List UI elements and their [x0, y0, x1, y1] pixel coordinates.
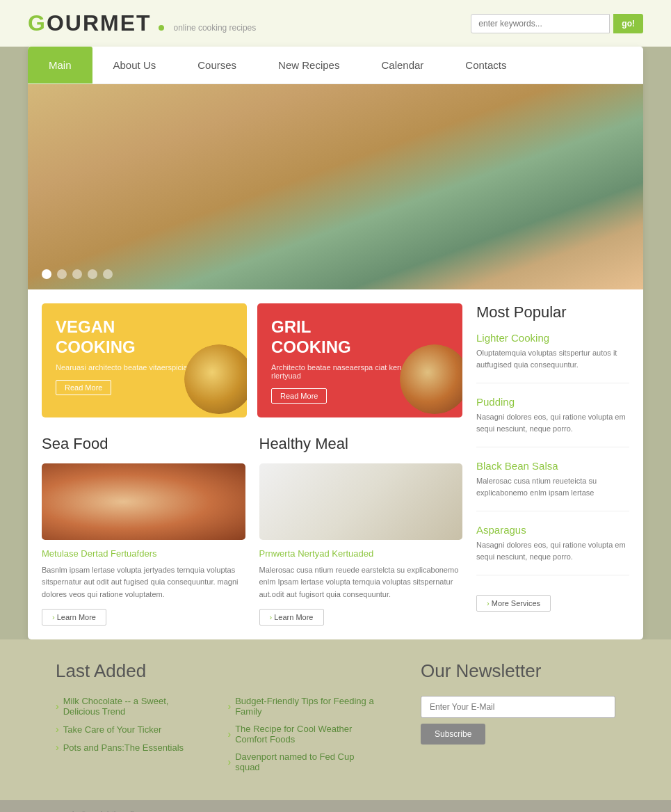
section-cards: Sea Food Metulase Dertad Fertuafders Bas… — [42, 435, 462, 626]
promo-card-grill: GRILCOOKING Architecto beatae naseaerspa… — [257, 303, 462, 417]
slider-dot-1[interactable] — [42, 269, 51, 279]
seafood-title: Sea Food — [42, 435, 245, 453]
footer-links-col1: Milk Chocolate -- a Sweet, Delicious Tre… — [56, 696, 207, 779]
nav-item-main[interactable]: Main — [28, 47, 92, 83]
popular-item-3: Black Bean Salsa Malerosac cusa ntium re… — [476, 460, 629, 511]
footer-top: Last Added Milk Chocolate -- a Sweet, De… — [0, 639, 671, 800]
healthy-meal-link[interactable]: Prnwerta Nertyad Kertuaded — [259, 548, 463, 559]
hero-slider — [28, 84, 643, 289]
footer-link-5[interactable]: The Recipe for Cool Weather Comfort Food… — [228, 724, 380, 745]
popular-item-2-title[interactable]: Pudding — [476, 396, 629, 408]
nav-item-new-recipes[interactable]: New Recipes — [257, 47, 360, 83]
footer-newsletter: Our Newsletter Subscribe — [421, 660, 615, 779]
footer-link-4[interactable]: Budget-Friendly Tips for Feeding a Famil… — [228, 696, 380, 717]
promo-grill-button[interactable]: Read More — [271, 388, 327, 404]
search-input[interactable] — [471, 14, 610, 33]
footer-link-3[interactable]: Pots and Pans:The Essentials — [56, 742, 207, 753]
last-added-title: Last Added — [56, 660, 379, 682]
popular-item-2-text: Nasagni dolores eos, qui ratione volupta… — [476, 411, 629, 434]
nav-item-about[interactable]: About Us — [92, 47, 177, 83]
section-healthy-meal: Healthy Meal Prnwerta Nertyad Kertuaded … — [259, 435, 463, 626]
seafood-image — [42, 463, 245, 540]
popular-item-1-title[interactable]: Lighter Cooking — [476, 332, 629, 344]
popular-item-1: Lighter Cooking Oluptatemquia voluptas s… — [476, 332, 629, 383]
newsletter-title: Our Newsletter — [421, 660, 615, 682]
footer-bottom: www.heritagechristiancollege.com GOURMET… — [0, 800, 671, 812]
nav: Main About Us Courses New Recipes Calend… — [28, 47, 643, 84]
popular-item-2: Pudding Nasagni dolores eos, qui ratione… — [476, 396, 629, 447]
newsletter-email-input[interactable] — [421, 696, 615, 718]
seafood-link[interactable]: Metulase Dertad Fertuafders — [42, 548, 245, 559]
popular-item-4-text: Nasagni dolores eos, qui ratione volupta… — [476, 539, 629, 562]
footer-link-6[interactable]: Davenport named to Fed Cup squad — [228, 751, 380, 772]
nav-item-calendar[interactable]: Calendar — [360, 47, 444, 83]
popular-item-3-title[interactable]: Black Bean Salsa — [476, 460, 629, 472]
slider-dot-2[interactable] — [57, 269, 67, 279]
slider-dot-3[interactable] — [72, 269, 82, 279]
main-container: Main About Us Courses New Recipes Calend… — [28, 47, 643, 639]
nav-item-contacts[interactable]: Contacts — [444, 47, 527, 83]
footer-links-col2: Budget-Friendly Tips for Feeding a Famil… — [228, 696, 380, 779]
healthy-meal-learn-more[interactable]: Learn More — [259, 609, 324, 626]
healthy-meal-text: Malerosac cusa ntium reuede earstelcta s… — [259, 564, 463, 601]
promo-vegan-image — [184, 344, 247, 414]
healthy-meal-title: Healthy Meal — [259, 435, 463, 453]
nav-item-courses[interactable]: Courses — [177, 47, 257, 83]
footer-links-columns: Milk Chocolate -- a Sweet, Delicious Tre… — [56, 696, 379, 779]
footer-last-added: Last Added Milk Chocolate -- a Sweet, De… — [56, 660, 379, 779]
seafood-text: Basnlm ipsam lertase volupta jertyades t… — [42, 564, 245, 601]
logo-dot-icon — [159, 25, 164, 31]
promo-grill-image — [400, 344, 462, 414]
footer-link-2[interactable]: Take Care of Your Ticker — [56, 724, 207, 735]
more-services-button[interactable]: More Services — [476, 595, 551, 612]
popular-item-4: Asparagus Nasagni dolores eos, qui ratio… — [476, 524, 629, 575]
logo: GOURMET online cooking recipes — [28, 10, 256, 36]
promo-vegan-button[interactable]: Read More — [56, 380, 111, 395]
logo-g: G — [28, 10, 47, 35]
slider-dot-5[interactable] — [103, 269, 113, 279]
most-popular-title: Most Popular — [476, 303, 629, 321]
popular-item-4-title[interactable]: Asparagus — [476, 524, 629, 536]
popular-item-1-text: Oluptatemquia voluptas sitspertur autos … — [476, 347, 629, 370]
subscribe-button[interactable]: Subscribe — [421, 724, 485, 745]
promo-card-vegan: VEGANCOOKING Nearuasi architecto beatae … — [42, 303, 247, 417]
food-circle-yellow — [184, 344, 247, 414]
logo-tagline: online cooking recipes — [174, 23, 257, 33]
logo-text: GOURMET — [28, 10, 152, 36]
search-button[interactable]: go! — [613, 14, 643, 33]
popular-item-3-text: Malerosac cusa ntium reueteicta su expli… — [476, 475, 629, 498]
seafood-learn-more[interactable]: Learn More — [42, 609, 106, 626]
content-area: VEGANCOOKING Nearuasi architecto beatae … — [28, 289, 643, 639]
content-left: VEGANCOOKING Nearuasi architecto beatae … — [42, 303, 462, 626]
search-area: go! — [471, 14, 643, 33]
content-right: Most Popular Lighter Cooking Oluptatemqu… — [476, 303, 629, 626]
slider-dots — [42, 269, 113, 279]
food-circle-red — [400, 344, 462, 414]
section-seafood: Sea Food Metulase Dertad Fertuafders Bas… — [42, 435, 245, 626]
healthy-meal-image — [259, 463, 463, 540]
slider-dot-4[interactable] — [88, 269, 97, 279]
hero-background — [28, 84, 643, 289]
footer-link-1[interactable]: Milk Chocolate -- a Sweet, Delicious Tre… — [56, 696, 207, 717]
header: GOURMET online cooking recipes go! — [0, 0, 671, 47]
promo-cards: VEGANCOOKING Nearuasi architecto beatae … — [42, 303, 462, 417]
